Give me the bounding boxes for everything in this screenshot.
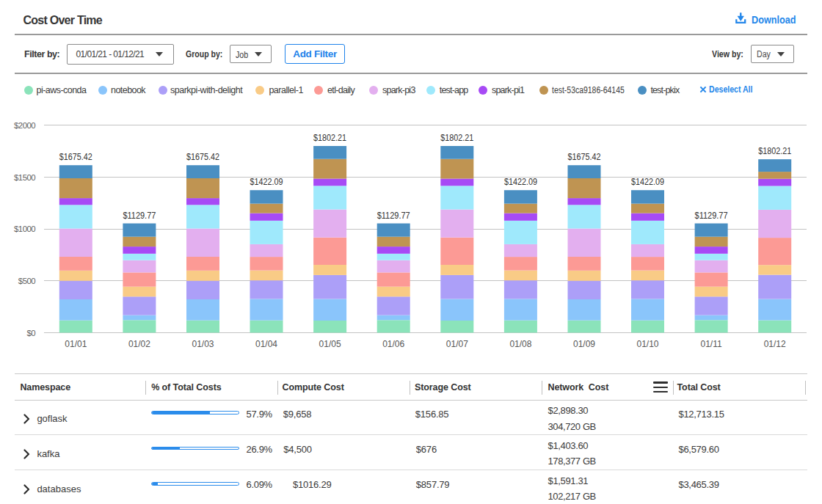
svg-text:01/06: 01/06 (382, 339, 404, 349)
svg-text:01/11: 01/11 (701, 339, 722, 349)
svg-text:01/10: 01/10 (636, 339, 658, 349)
svg-text:01/01: 01/01 (65, 339, 87, 349)
svg-text:01/05: 01/05 (319, 339, 341, 349)
svg-text:01/12: 01/12 (764, 339, 786, 349)
svg-text:$1675.42: $1675.42 (59, 152, 92, 162)
svg-text:$1129.77: $1129.77 (123, 211, 156, 221)
svg-text:01/09: 01/09 (573, 339, 595, 349)
svg-text:01/07: 01/07 (446, 339, 468, 349)
svg-text:$500: $500 (18, 277, 36, 285)
svg-text:$2000: $2000 (14, 121, 35, 130)
svg-text:01/04: 01/04 (255, 339, 277, 349)
svg-text:01/03: 01/03 (192, 339, 214, 349)
svg-text:$1802.21: $1802.21 (440, 133, 473, 143)
svg-text:$1129.77: $1129.77 (377, 211, 410, 221)
svg-text:$1422.09: $1422.09 (504, 177, 537, 187)
svg-text:$1422.09: $1422.09 (631, 177, 664, 187)
svg-text:$1129.77: $1129.77 (695, 211, 728, 221)
svg-text:$1000: $1000 (14, 224, 35, 233)
svg-text:$1802.21: $1802.21 (758, 146, 791, 156)
svg-text:$1422.09: $1422.09 (250, 177, 283, 187)
svg-text:$1500: $1500 (14, 173, 35, 182)
svg-text:$1675.42: $1675.42 (568, 152, 601, 162)
svg-text:01/08: 01/08 (509, 339, 531, 349)
svg-text:$0: $0 (27, 329, 36, 337)
svg-text:$1675.42: $1675.42 (186, 152, 219, 162)
svg-text:01/02: 01/02 (128, 339, 150, 349)
svg-text:$1802.21: $1802.21 (313, 133, 346, 143)
